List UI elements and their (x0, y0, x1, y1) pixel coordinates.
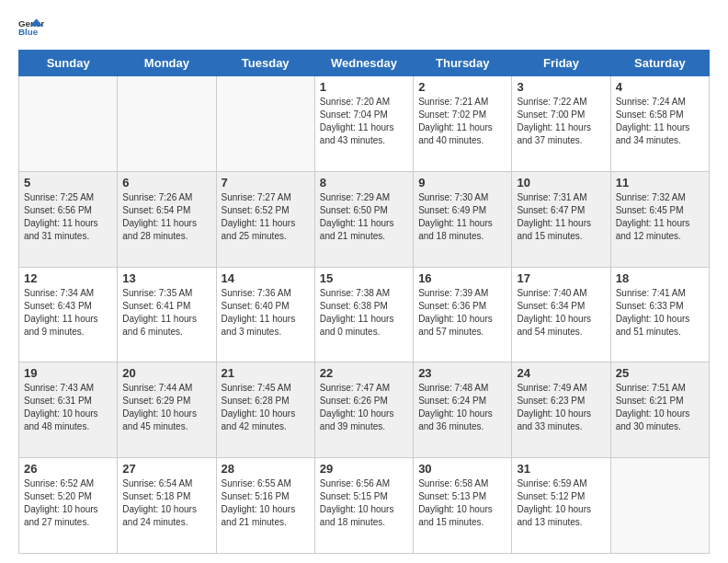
daylight-label: Daylight: 10 hours and 42 minutes. (222, 408, 296, 431)
calendar-cell (610, 458, 709, 554)
day-number: 17 (517, 271, 605, 285)
sunset-label: Sunset: 6:29 PM (122, 396, 190, 406)
calendar-cell: 25Sunrise: 7:51 AMSunset: 6:21 PMDayligh… (610, 362, 709, 458)
daylight-label: Daylight: 10 hours and 30 minutes. (616, 408, 690, 431)
sunset-label: Sunset: 5:20 PM (24, 491, 92, 501)
cell-info: Sunrise: 7:26 AMSunset: 6:54 PMDaylight:… (122, 191, 210, 243)
day-number: 29 (320, 462, 408, 476)
sunset-label: Sunset: 5:12 PM (517, 491, 585, 501)
sunrise-label: Sunrise: 7:47 AM (320, 383, 390, 393)
day-number: 30 (418, 462, 506, 476)
sunset-label: Sunset: 6:41 PM (122, 301, 190, 311)
daylight-label: Daylight: 10 hours and 36 minutes. (418, 408, 493, 431)
day-number: 25 (616, 366, 704, 380)
daylight-label: Daylight: 11 hours and 18 minutes. (418, 218, 493, 241)
sunset-label: Sunset: 6:47 PM (517, 205, 585, 215)
cell-info: Sunrise: 7:51 AMSunset: 6:21 PMDaylight:… (616, 382, 704, 433)
sunrise-label: Sunrise: 7:51 AM (616, 383, 686, 393)
daylight-label: Daylight: 11 hours and 3 minutes. (222, 314, 296, 337)
cell-info: Sunrise: 7:49 AMSunset: 6:23 PMDaylight:… (517, 382, 605, 433)
cell-info: Sunrise: 7:41 AMSunset: 6:33 PMDaylight:… (616, 287, 704, 339)
cell-info: Sunrise: 7:43 AMSunset: 6:31 PMDaylight:… (24, 382, 112, 433)
sunrise-label: Sunrise: 7:45 AM (222, 383, 291, 393)
sunset-label: Sunset: 6:26 PM (320, 396, 388, 406)
sunset-label: Sunset: 5:16 PM (222, 491, 290, 501)
sunrise-label: Sunrise: 6:56 AM (320, 478, 390, 488)
day-number: 10 (517, 176, 605, 190)
calendar-cell: 23Sunrise: 7:48 AMSunset: 6:24 PMDayligh… (414, 362, 512, 458)
cell-info: Sunrise: 7:44 AMSunset: 6:29 PMDaylight:… (122, 382, 210, 433)
cell-info: Sunrise: 7:20 AMSunset: 7:04 PMDaylight:… (320, 96, 408, 147)
cell-info: Sunrise: 7:47 AMSunset: 6:26 PMDaylight:… (320, 382, 408, 433)
calendar-cell: 17Sunrise: 7:40 AMSunset: 6:34 PMDayligh… (512, 267, 610, 362)
sunrise-label: Sunrise: 7:44 AM (122, 383, 192, 393)
weekday-header-thursday: Thursday (414, 51, 512, 76)
sunset-label: Sunset: 7:04 PM (320, 109, 388, 120)
sunset-label: Sunset: 5:15 PM (320, 491, 388, 501)
daylight-label: Daylight: 10 hours and 48 minutes. (24, 408, 98, 431)
calendar-cell: 9Sunrise: 7:30 AMSunset: 6:49 PMDaylight… (414, 171, 512, 267)
day-number: 28 (222, 462, 310, 476)
calendar-cell: 15Sunrise: 7:38 AMSunset: 6:38 PMDayligh… (314, 267, 413, 362)
sunrise-label: Sunrise: 7:41 AM (616, 288, 686, 298)
daylight-label: Daylight: 11 hours and 28 minutes. (122, 218, 197, 241)
calendar-cell: 20Sunrise: 7:44 AMSunset: 6:29 PMDayligh… (118, 362, 216, 458)
day-number: 23 (418, 366, 506, 380)
calendar-cell (19, 76, 118, 172)
daylight-label: Daylight: 11 hours and 40 minutes. (418, 122, 493, 145)
weekday-header-friday: Friday (512, 51, 610, 76)
calendar-cell: 3Sunrise: 7:22 AMSunset: 7:00 PMDaylight… (512, 76, 610, 172)
daylight-label: Daylight: 11 hours and 0 minutes. (320, 314, 394, 337)
sunrise-label: Sunrise: 7:35 AM (122, 288, 192, 298)
sunrise-label: Sunrise: 7:27 AM (222, 192, 291, 202)
cell-info: Sunrise: 6:56 AMSunset: 5:15 PMDaylight:… (320, 477, 408, 529)
cell-info: Sunrise: 7:29 AMSunset: 6:50 PMDaylight:… (320, 191, 408, 243)
calendar-cell (118, 76, 216, 172)
calendar-cell: 8Sunrise: 7:29 AMSunset: 6:50 PMDaylight… (314, 171, 413, 267)
cell-info: Sunrise: 7:30 AMSunset: 6:49 PMDaylight:… (418, 191, 506, 243)
sunset-label: Sunset: 6:34 PM (517, 301, 585, 311)
day-number: 2 (418, 80, 506, 94)
cell-info: Sunrise: 7:40 AMSunset: 6:34 PMDaylight:… (517, 287, 605, 339)
calendar-cell: 5Sunrise: 7:25 AMSunset: 6:56 PMDaylight… (19, 171, 118, 267)
daylight-label: Daylight: 11 hours and 12 minutes. (616, 218, 690, 241)
day-number: 16 (418, 271, 506, 285)
daylight-label: Daylight: 10 hours and 21 minutes. (222, 504, 296, 527)
sunrise-label: Sunrise: 7:49 AM (517, 383, 586, 393)
sunrise-label: Sunrise: 7:25 AM (24, 192, 94, 202)
cell-info: Sunrise: 6:55 AMSunset: 5:16 PMDaylight:… (222, 477, 310, 529)
daylight-label: Daylight: 10 hours and 57 minutes. (418, 314, 493, 337)
calendar-cell: 19Sunrise: 7:43 AMSunset: 6:31 PMDayligh… (19, 362, 118, 458)
cell-info: Sunrise: 7:27 AMSunset: 6:52 PMDaylight:… (222, 191, 310, 243)
calendar-cell: 22Sunrise: 7:47 AMSunset: 6:26 PMDayligh… (314, 362, 413, 458)
calendar-cell: 18Sunrise: 7:41 AMSunset: 6:33 PMDayligh… (610, 267, 709, 362)
sunset-label: Sunset: 6:54 PM (122, 205, 190, 215)
daylight-label: Daylight: 10 hours and 24 minutes. (122, 504, 197, 527)
sunrise-label: Sunrise: 7:43 AM (24, 383, 94, 393)
sunset-label: Sunset: 6:31 PM (24, 396, 92, 406)
sunset-label: Sunset: 6:40 PM (222, 301, 290, 311)
sunset-label: Sunset: 6:56 PM (24, 205, 92, 215)
sunrise-label: Sunrise: 7:29 AM (320, 192, 390, 202)
cell-info: Sunrise: 7:35 AMSunset: 6:41 PMDaylight:… (122, 287, 210, 339)
sunset-label: Sunset: 7:02 PM (418, 109, 486, 120)
sunset-label: Sunset: 6:43 PM (24, 301, 92, 311)
sunrise-label: Sunrise: 7:48 AM (418, 383, 488, 393)
calendar-cell: 4Sunrise: 7:24 AMSunset: 6:58 PMDaylight… (610, 76, 709, 172)
day-number: 19 (24, 366, 112, 380)
cell-info: Sunrise: 7:38 AMSunset: 6:38 PMDaylight:… (320, 287, 408, 339)
day-number: 15 (320, 271, 408, 285)
calendar-cell: 10Sunrise: 7:31 AMSunset: 6:47 PMDayligh… (512, 171, 610, 267)
daylight-label: Daylight: 11 hours and 31 minutes. (24, 218, 98, 241)
daylight-label: Daylight: 11 hours and 15 minutes. (517, 218, 591, 241)
sunset-label: Sunset: 6:58 PM (616, 109, 684, 120)
daylight-label: Daylight: 10 hours and 39 minutes. (320, 408, 394, 431)
calendar-cell: 6Sunrise: 7:26 AMSunset: 6:54 PMDaylight… (118, 171, 216, 267)
daylight-label: Daylight: 10 hours and 27 minutes. (24, 504, 98, 527)
weekday-header-monday: Monday (118, 51, 216, 76)
cell-info: Sunrise: 7:34 AMSunset: 6:43 PMDaylight:… (24, 287, 112, 339)
sunset-label: Sunset: 6:33 PM (616, 301, 684, 311)
day-number: 6 (122, 176, 210, 190)
calendar-cell: 13Sunrise: 7:35 AMSunset: 6:41 PMDayligh… (118, 267, 216, 362)
day-number: 5 (24, 176, 112, 190)
